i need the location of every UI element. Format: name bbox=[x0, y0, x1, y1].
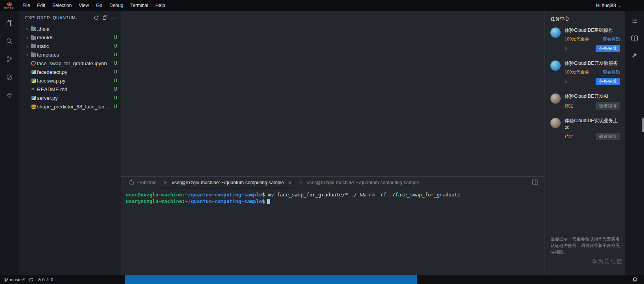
markdown-file-icon: M↓ bbox=[30, 87, 37, 91]
user-menu[interactable]: Hi huqi88 ⌄ bbox=[596, 3, 621, 8]
item-label: shape_predictor_68_face_land... bbox=[37, 104, 110, 110]
menu-file[interactable]: File bbox=[19, 3, 33, 8]
item-label: faceswap.py bbox=[37, 78, 110, 84]
tools-button[interactable] bbox=[631, 52, 638, 59]
branch-name: master* bbox=[10, 277, 25, 282]
collapse-all-button[interactable] bbox=[101, 15, 109, 20]
tree-item-shape-predictor[interactable]: shape_predictor_68_face_land... U bbox=[19, 102, 121, 111]
tree-item-static[interactable]: › static U bbox=[19, 42, 121, 50]
task-title: 体验CloudIDE开发AI bbox=[565, 93, 620, 99]
git-status-badge: U bbox=[110, 69, 117, 75]
prompt-user: user@nxzglu-machine bbox=[126, 192, 182, 198]
python-file-icon bbox=[30, 70, 37, 74]
menu-help[interactable]: Help bbox=[152, 3, 169, 8]
coming-soon-button[interactable]: 敬请期待 bbox=[596, 102, 620, 110]
task-center-title: 任务中心 bbox=[545, 11, 626, 26]
task-badge-icon bbox=[550, 60, 561, 71]
terminal-command: mv face_swap_for_graduate/* ./ && rm -rf… bbox=[268, 192, 460, 198]
docs-button[interactable] bbox=[631, 35, 638, 42]
task-reward: 100元代金券 bbox=[565, 69, 589, 75]
item-label: README.md bbox=[37, 86, 110, 92]
tab-problems[interactable]: Problems bbox=[125, 177, 160, 188]
item-label: templates bbox=[37, 52, 110, 58]
python-file-icon bbox=[30, 96, 37, 100]
plugins-activity-button[interactable] bbox=[0, 86, 19, 104]
git-branch-icon bbox=[6, 55, 13, 63]
plug-icon bbox=[6, 92, 13, 99]
menu-edit[interactable]: Edit bbox=[33, 3, 49, 8]
task-complete-button[interactable]: 任务完成 bbox=[596, 78, 620, 85]
task-badge-icon bbox=[550, 93, 561, 104]
tree-item-theia[interactable]: › .theia bbox=[19, 24, 121, 33]
task-card: 体验CloudIDE基础操作 100元代金券 查看奖励 > 任务完成 bbox=[550, 27, 620, 52]
scrollbar-thumb[interactable] bbox=[642, 118, 644, 132]
view-reward-link[interactable]: 查看奖励 bbox=[603, 36, 620, 42]
folder-icon bbox=[30, 26, 37, 31]
activity-bar bbox=[0, 11, 19, 275]
prompt-dollar: $ bbox=[262, 192, 265, 198]
expand-task-button[interactable]: > bbox=[565, 46, 567, 51]
wrench-icon bbox=[631, 52, 638, 59]
view-reward-link[interactable]: 查看奖励 bbox=[603, 69, 620, 75]
chevron-right-icon: › bbox=[24, 52, 30, 58]
split-terminal-button[interactable] bbox=[532, 180, 538, 186]
tab-label: user@nxzglu-machine: ~/quantum-computing… bbox=[307, 180, 419, 185]
task-title: 体验CloudIDE基础操作 bbox=[565, 27, 620, 33]
explorer-activity-button[interactable] bbox=[0, 14, 19, 32]
git-status-badge: U bbox=[110, 104, 117, 109]
huawei-logo-text: HUAWEI bbox=[4, 7, 15, 9]
tree-item-ipynb[interactable]: face_swap_for_graduate.ipynb U bbox=[19, 59, 121, 68]
item-label: server.py bbox=[37, 95, 110, 101]
refresh-button[interactable] bbox=[92, 15, 101, 20]
menu-go[interactable]: Go bbox=[92, 3, 106, 8]
git-branch-indicator[interactable]: master* bbox=[4, 277, 25, 282]
tree-item-readme[interactable]: M↓ README.md U bbox=[19, 85, 121, 93]
editor-area[interactable] bbox=[121, 11, 545, 176]
huawei-logo: HUAWEI bbox=[0, 2, 19, 9]
tree-item-facedetect[interactable]: facedetect.py U bbox=[19, 68, 121, 76]
task-center-panel: 任务中心 体验CloudIDE基础操作 100元代金券 查看奖励 > 任务完成 bbox=[545, 11, 626, 275]
more-actions-button[interactable]: ⋯ bbox=[109, 15, 118, 21]
status-bar-right bbox=[417, 275, 644, 284]
menu-terminal[interactable]: Terminal bbox=[127, 3, 152, 8]
collapse-all-icon bbox=[102, 15, 108, 20]
refresh-icon bbox=[29, 277, 33, 282]
status-bar-accent-segment bbox=[125, 275, 417, 284]
prompt-path: ~/quantum-computing-sample bbox=[185, 198, 262, 204]
user-name: Hi huqi88 bbox=[596, 3, 616, 8]
search-activity-button[interactable] bbox=[0, 32, 19, 50]
terminal-output[interactable]: user@nxzglu-machine:~/quantum-computing-… bbox=[121, 188, 545, 262]
menu-items: File Edit Selection View Go Debug Termin… bbox=[19, 3, 169, 8]
menu-selection[interactable]: Selection bbox=[49, 3, 75, 8]
expand-task-button[interactable]: > bbox=[565, 79, 567, 84]
close-icon[interactable]: × bbox=[288, 180, 291, 186]
menu-view[interactable]: View bbox=[75, 3, 92, 8]
item-label: moulds bbox=[37, 35, 110, 40]
tree-item-moulds[interactable]: › moulds U bbox=[19, 33, 121, 42]
chevron-right-icon: › bbox=[24, 43, 30, 49]
source-control-activity-button[interactable] bbox=[0, 50, 19, 68]
menu-bar: HUAWEI File Edit Selection View Go Debug… bbox=[0, 0, 644, 11]
task-list-button[interactable] bbox=[631, 17, 638, 24]
tree-item-faceswap[interactable]: faceswap.py U bbox=[19, 76, 121, 85]
git-status-badge: U bbox=[110, 35, 117, 40]
problems-indicator[interactable]: ⊘ 0 ⚠ 0 bbox=[37, 277, 53, 282]
git-status-badge: U bbox=[110, 78, 117, 83]
tab-terminal-1[interactable]: >_ user@nxzglu-machine: ~/quantum-comput… bbox=[160, 177, 296, 188]
task-complete-button[interactable]: 任务完成 bbox=[596, 45, 620, 52]
error-icon: ⊘ bbox=[37, 277, 41, 282]
coming-soon-button[interactable]: 敬请期待 bbox=[596, 133, 620, 140]
tab-terminal-2[interactable]: >_ user@nxzglu-machine: ~/quantum-comput… bbox=[295, 177, 423, 188]
task-title: 体验CloudIDE开发微服务 bbox=[565, 60, 620, 66]
tree-item-server[interactable]: server.py U bbox=[19, 93, 121, 102]
task-card: 体验CloudIDE开发微服务 100元代金券 查看奖励 > 任务完成 bbox=[550, 60, 620, 85]
sync-changes-button[interactable] bbox=[29, 277, 33, 282]
notifications-button[interactable] bbox=[632, 277, 638, 283]
error-count: 0 bbox=[42, 277, 44, 282]
debug-activity-button[interactable] bbox=[0, 68, 19, 86]
tree-item-templates[interactable]: › templates U bbox=[19, 50, 121, 59]
community-watermark: 华为云社区 bbox=[592, 258, 623, 265]
menu-debug[interactable]: Debug bbox=[106, 3, 127, 8]
cloudide-window: HUAWEI File Edit Selection View Go Debug… bbox=[0, 0, 644, 284]
git-status-badge: U bbox=[110, 52, 117, 57]
